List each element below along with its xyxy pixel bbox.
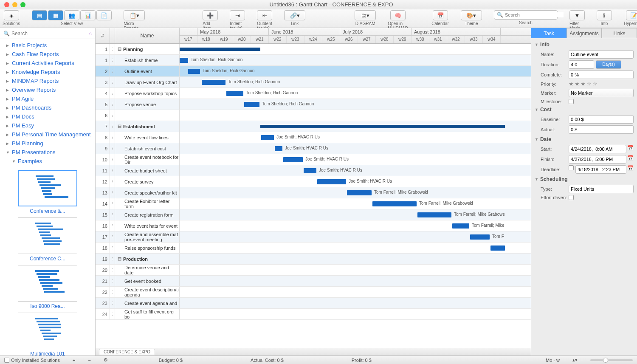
gantt-bar-row[interactable]: Joe Smith; HVAC R Us [180, 143, 531, 154]
section-scheduling[interactable]: Scheduling [540, 176, 568, 182]
gantt-bar-row[interactable]: Joe Smith; HVAC R Us [180, 132, 531, 143]
gantt-bar-row[interactable] [180, 44, 531, 55]
close-window-button[interactable] [4, 2, 9, 7]
deadline-field[interactable] [575, 165, 626, 174]
gantt-bar-row[interactable]: Tom Farrell; Mike Grabowski [180, 198, 531, 209]
gear-icon[interactable]: ⚙ [104, 357, 108, 363]
gantt-bar[interactable]: Joe Smith; HVAC R Us [261, 135, 274, 140]
gantt-bar-row[interactable] [180, 243, 531, 254]
info-button[interactable]: ℹ [597, 10, 612, 20]
collapse-icon[interactable]: ⊟ [118, 256, 121, 262]
gantt-bar[interactable]: Tom Farrell; Mike [452, 223, 469, 229]
gantt-bar[interactable]: Tom F [470, 234, 490, 240]
effort-checkbox[interactable] [569, 195, 574, 200]
task-row[interactable]: 1⋮Establish theme [96, 55, 180, 66]
milestone-checkbox[interactable] [569, 99, 574, 104]
task-row[interactable]: 8⋮Write event flow lines [96, 132, 180, 143]
name-field[interactable] [569, 50, 634, 59]
type-field[interactable] [569, 185, 634, 193]
task-row[interactable]: 24⋮Get staff to fill event org bo [96, 309, 180, 320]
gantt-bar-row[interactable]: Tom Sheldon; Rich Gannon [180, 99, 531, 110]
filter-mode-button[interactable]: ▼ [569, 10, 585, 20]
gantt-bar[interactable]: Joe Smith; HVAC R Us [304, 168, 316, 173]
section-date[interactable]: Date [540, 136, 551, 142]
section-cost[interactable]: Cost [540, 107, 552, 113]
link-button[interactable]: 🔗▾ [284, 10, 305, 20]
inspector-tab-assignments[interactable]: Assignments [567, 28, 602, 38]
calendar-icon[interactable]: 📅 [627, 165, 634, 174]
template-thumbnail[interactable] [18, 217, 77, 254]
zoom-stepper[interactable]: ▴▾ [572, 357, 578, 363]
view-reports-button[interactable]: 📊 [80, 10, 96, 20]
gantt-bar-row[interactable]: Joe Smith; HVAC R Us [180, 165, 531, 176]
sidebar-item[interactable]: ▶Knowledge Reports [0, 68, 95, 76]
sidebar-item[interactable]: ▶PM Personal Time Management [0, 130, 95, 139]
sidebar-item[interactable]: ▶Cash Flow Reports [0, 50, 95, 59]
section-info[interactable]: Info [540, 42, 550, 48]
gantt-bar-row[interactable] [180, 309, 531, 320]
duration-unit[interactable]: Day(s) [596, 60, 621, 69]
project-tab[interactable]: CONFERENCE & EXPO [99, 349, 155, 355]
task-row[interactable]: 3⋮Draw up Event Org Chart [96, 77, 180, 88]
task-row[interactable]: 11⋮Create budget sheet [96, 165, 180, 176]
only-installed-checkbox[interactable] [4, 358, 9, 363]
template-thumbnail[interactable] [18, 170, 77, 206]
gantt-bar-row[interactable]: Tom Sheldon; Rich Gannon [180, 77, 531, 88]
task-row[interactable]: 20⋮Determine venue and date [96, 265, 180, 276]
gantt-bar[interactable]: Tom Sheldon; Rich Gannon [226, 91, 243, 96]
gantt-bar[interactable] [490, 245, 505, 251]
start-field[interactable] [569, 145, 626, 153]
sidebar-item[interactable]: ▶PM Dashboards [0, 103, 95, 112]
gantt-bar-row[interactable]: Tom Farrell; Mike Grabows [180, 209, 531, 220]
template-thumbnail[interactable] [18, 313, 77, 349]
sidebar-item[interactable]: ▶Basic Projects [0, 41, 95, 50]
view-docs-button[interactable]: 📄 [96, 10, 112, 20]
gantt-bar-row[interactable] [180, 298, 531, 309]
gantt-bar[interactable]: Joe Smith; HVAC R Us [275, 146, 282, 151]
sidebar-item[interactable]: ▶MINDMAP Reports [0, 76, 95, 85]
hypernote-button[interactable]: 📝 [626, 10, 637, 20]
actual-field[interactable] [569, 125, 634, 134]
task-row[interactable]: 4⋮Propose workshop topics [96, 88, 180, 99]
task-row[interactable]: 22⋮Create event description/ti agenda [96, 287, 180, 298]
task-row[interactable]: 10⋮Create event notebook for Dir [96, 154, 180, 165]
footer-remove-button[interactable]: − [88, 358, 90, 363]
sidebar-item[interactable]: ▶Overview Reports [0, 85, 95, 94]
deadline-checkbox[interactable] [569, 165, 574, 170]
task-row[interactable]: 7⋮⊟Establishment [96, 121, 180, 132]
inspector-tab-task[interactable]: Task [531, 28, 567, 38]
gantt-bar[interactable] [260, 125, 505, 128]
sidebar-item[interactable]: ▶Current Activities Reports [0, 59, 95, 68]
task-row[interactable]: 15⋮Create registration form [96, 209, 180, 220]
task-row[interactable]: 21⋮Get event booked [96, 276, 180, 287]
gantt-bar-row[interactable] [180, 254, 531, 265]
gantt-bar[interactable]: Tom Farrell; Mike Grabows [417, 212, 451, 217]
sidebar-item-examples[interactable]: ▼Examples [0, 157, 95, 166]
calendar-button[interactable]: 📅 [433, 10, 448, 20]
gantt-bar-row[interactable]: Joe Smith; HVAC R Us [180, 154, 531, 165]
collapse-icon[interactable]: ⊟ [118, 46, 121, 52]
gantt-bar-row[interactable]: Tom Sheldon; Rich Gannon [180, 55, 531, 66]
zoom-slider[interactable] [590, 359, 633, 361]
gantt-bar-row[interactable]: Tom Farrell; Mike Grabowski [180, 187, 531, 198]
theme-button[interactable]: 🎨▾ [461, 10, 482, 20]
sidebar-item[interactable]: ▶PM Docs [0, 112, 95, 121]
view-network-button[interactable]: ▦ [48, 10, 63, 20]
sidebar-item[interactable]: ▶PM Agile [0, 94, 95, 103]
baseline-field[interactable] [569, 115, 634, 124]
view-resource-button[interactable]: 👥 [64, 10, 79, 20]
gantt-bar[interactable]: Tom Farrell; Mike Grabowski [347, 190, 372, 195]
priority-stars[interactable]: ★★★☆☆ [569, 81, 634, 87]
duration-field[interactable] [569, 60, 594, 69]
toolbar-search-input[interactable] [505, 12, 564, 17]
gantt-bar-row[interactable]: Tom Farrell; Mike [180, 220, 531, 231]
sidebar-item[interactable]: ▼PM Presentations [0, 148, 95, 157]
task-row[interactable]: 5⋮Propose venue [96, 99, 180, 110]
gantt-bar-row[interactable] [180, 276, 531, 287]
sidebar-item[interactable]: ▶PM Easy [0, 121, 95, 130]
sidebar-search-input[interactable] [11, 31, 87, 37]
gantt-bar[interactable]: Joe Smith; HVAC R Us [317, 179, 346, 184]
sidebar-item[interactable]: ▶PM Planning [0, 139, 95, 148]
calendar-icon[interactable]: 📅 [627, 145, 634, 153]
maximize-window-button[interactable] [20, 2, 25, 7]
